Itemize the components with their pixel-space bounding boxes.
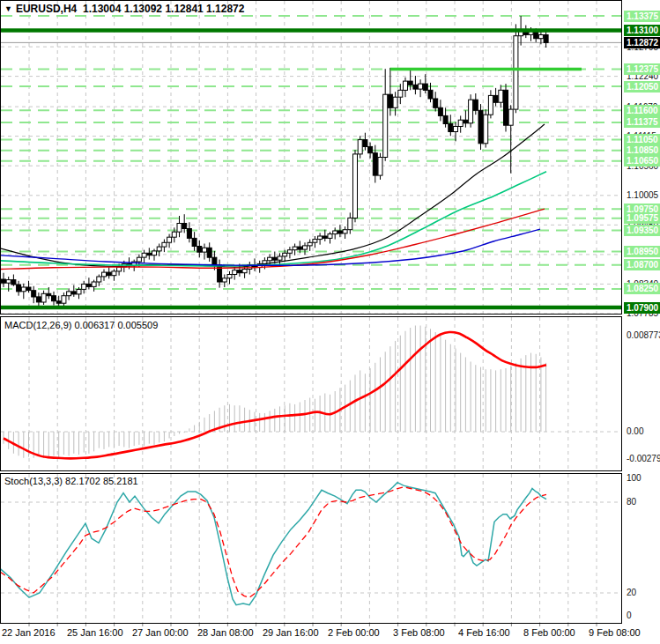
candle-bearish (413, 85, 418, 89)
stoch-indicator-label: Stoch(13,3,3) 82.1702 85.2181 (4, 476, 138, 486)
candle-bullish (92, 282, 96, 286)
candle-bearish (86, 284, 91, 286)
candle-bullish (419, 84, 423, 89)
time-axis-label: 9 Feb 08:00 (589, 627, 641, 638)
candle-bearish (197, 247, 202, 253)
candle-bearish (298, 247, 302, 249)
candle-bearish (423, 84, 427, 90)
stoch-axis-label: 80 (624, 497, 660, 507)
candle-bullish (77, 290, 81, 294)
candle-bearish (544, 35, 548, 43)
candle-bearish (187, 229, 191, 239)
candle-bullish (157, 247, 161, 251)
candle-bearish (438, 107, 442, 115)
candle-bullish (162, 242, 167, 247)
candle-bullish (137, 257, 141, 262)
level-price-label[interactable]: 1.10650 (624, 155, 660, 167)
candle-bearish (473, 100, 478, 110)
candle-bearish (504, 90, 508, 125)
candle-bullish (393, 97, 397, 107)
price-grid-label: 1.10005 (624, 189, 660, 201)
candle-bearish (434, 99, 438, 107)
candle-bullish (484, 115, 488, 144)
candle-bullish (227, 275, 232, 278)
candle-bearish (32, 291, 36, 297)
candle-bullish (287, 250, 292, 254)
chart-title: ▼EURUSD,H4 1.13004 1.13092 1.12841 1.128… (4, 3, 244, 15)
candle-bearish (56, 301, 61, 303)
candle-bullish (21, 287, 26, 292)
chart-symbol-period: EURUSD,H4 (16, 3, 77, 15)
candle-bearish (368, 146, 373, 152)
candle-bearish (237, 270, 241, 273)
time-axis-label: 27 Jan 00:00 (132, 627, 189, 638)
candle-bullish (117, 267, 122, 271)
level-price-label[interactable]: 1.12050 (624, 81, 660, 93)
candle-bullish (469, 100, 473, 123)
level-price-label[interactable]: 1.11375 (624, 116, 660, 128)
level-price-label[interactable]: 1.08950 (624, 246, 660, 257)
candle-bullish (278, 256, 282, 260)
candle-bullish (203, 248, 207, 252)
mt4-chart-window: ▼EURUSD,H4 1.13004 1.13092 1.12841 1.128… (0, 0, 660, 644)
key-level-price-label[interactable]: 1.07900 (624, 302, 660, 314)
level-price-label[interactable]: 1.09575 (624, 212, 660, 224)
stoch-axis-label: 0 (624, 611, 660, 621)
level-price-label[interactable]: 1.08250 (624, 283, 660, 294)
macd-axis-label: 0.008773 (624, 330, 660, 341)
macd-axis-label: -0.00279 (624, 454, 660, 464)
candle-bearish (388, 94, 392, 107)
candle-bullish (242, 270, 247, 273)
level-price-label[interactable]: 1.10850 (624, 144, 660, 156)
candle-bullish (6, 280, 11, 284)
candle-bullish (67, 292, 71, 296)
candle-bearish (212, 257, 217, 265)
candle-bullish (303, 246, 308, 249)
candle-bullish (62, 296, 66, 304)
candle-bullish (404, 81, 408, 90)
candle-bullish (353, 154, 358, 218)
level-price-label[interactable]: 1.11600 (624, 105, 660, 116)
candle-bearish (207, 248, 211, 257)
candle-bullish (383, 94, 388, 157)
chart-ohlc-values: 1.13004 1.13092 1.12841 1.12872 (83, 3, 245, 15)
level-price-label[interactable]: 1.12375 (624, 63, 660, 75)
candle-bullish (538, 35, 543, 39)
candle-bullish (167, 237, 172, 242)
macd-axis-label: 0.00 (624, 426, 660, 437)
candle-bullish (112, 271, 116, 276)
candle-bullish (499, 90, 503, 102)
candle-bearish (26, 287, 31, 291)
macd-panel[interactable] (1, 317, 621, 470)
candle-bullish (177, 224, 182, 233)
candle-bearish (449, 123, 453, 131)
price-panel[interactable] (0, 1, 622, 314)
candle-bullish (82, 284, 86, 289)
candle-bearish (478, 110, 483, 144)
time-axis-label: 8 Feb 00:00 (523, 627, 575, 638)
level-price-label[interactable]: 1.11050 (624, 134, 660, 145)
candle-bearish (107, 272, 111, 276)
candle-bullish (398, 90, 403, 97)
level-price-label[interactable]: 1.13375 (624, 11, 660, 22)
symbol-collapse-arrow-icon[interactable]: ▼ (4, 4, 12, 13)
candle-bearish (443, 115, 448, 123)
candle-bullish (172, 232, 176, 237)
level-price-label[interactable]: 1.09350 (624, 225, 660, 236)
candle-bearish (337, 231, 342, 233)
candle-bullish (488, 95, 493, 115)
candle-bullish (378, 158, 382, 176)
candle-bearish (493, 95, 498, 102)
candle-bearish (408, 81, 412, 85)
candle-bearish (147, 253, 152, 255)
level-price-label[interactable]: 1.08700 (624, 259, 660, 270)
candle-bullish (333, 231, 337, 234)
candle-bearish (71, 292, 76, 294)
candle-bullish (102, 272, 107, 277)
candle-bullish (514, 36, 518, 109)
key-level-price-label[interactable]: 1.13100 (624, 25, 660, 36)
stoch-panel[interactable] (0, 474, 621, 623)
current-price-label: 1.12872 (624, 37, 660, 48)
macd-indicator-label: MACD(12,26,9) 0.006317 0.005509 (4, 320, 158, 330)
candle-bearish (373, 153, 377, 175)
